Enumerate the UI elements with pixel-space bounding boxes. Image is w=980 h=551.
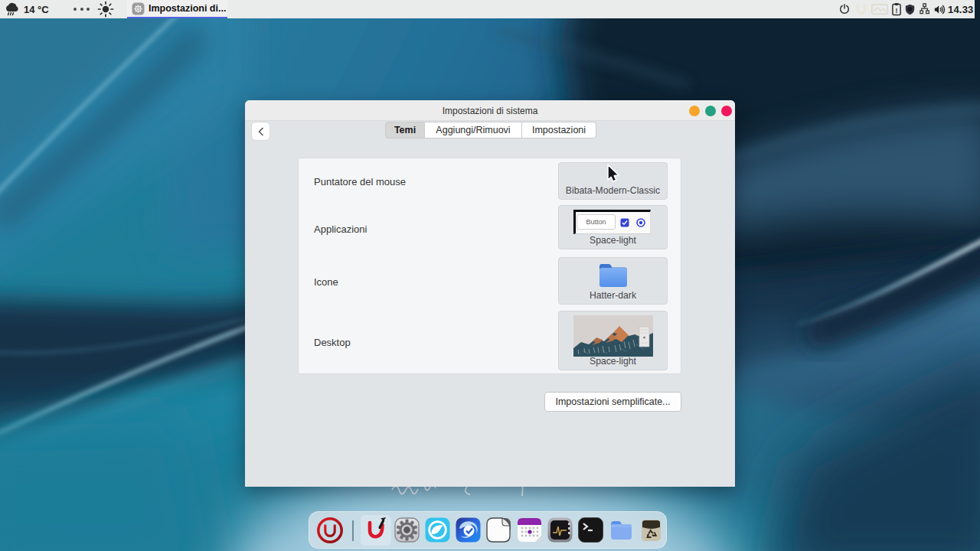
svg-text:!: ! — [896, 7, 898, 15]
